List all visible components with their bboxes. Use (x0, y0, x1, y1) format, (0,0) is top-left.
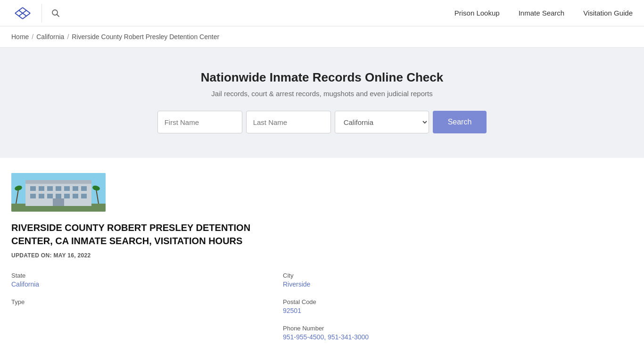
inmate-search-form: AlabamaAlaskaArizonaArkansasCaliforniaCo… (11, 111, 633, 133)
header-divider (41, 4, 42, 23)
facility-info-grid: State California Type City Riverside Pos… (11, 272, 554, 351)
type-block: Type (11, 298, 264, 305)
nav-visitation-guide[interactable]: Visitation Guide (583, 9, 633, 17)
header-search-button[interactable] (50, 7, 62, 19)
svg-rect-12 (30, 186, 36, 191)
state-value[interactable]: California (11, 280, 39, 288)
main-content: RIVERSIDE COUNTY ROBERT PRESLEY DETENTIO… (0, 158, 566, 362)
city-value[interactable]: Riverside (283, 280, 310, 288)
search-button[interactable]: Search (433, 111, 487, 133)
nav-inmate-search[interactable]: Inmate Search (519, 9, 565, 17)
breadcrumb-state[interactable]: California (36, 33, 64, 41)
header-left (11, 4, 62, 23)
svg-rect-23 (64, 194, 70, 198)
svg-rect-21 (47, 194, 53, 198)
logo-icon (11, 4, 34, 23)
breadcrumb-sep-2: / (67, 33, 69, 41)
city-block: City Riverside (283, 272, 536, 288)
hero-subtitle: Jail records, court & arrest records, mu… (11, 90, 633, 98)
phone-label: Phone Number (283, 325, 536, 332)
svg-rect-14 (47, 186, 53, 191)
hero-title: Nationwide Inmate Records Online Check (11, 70, 633, 85)
postal-value[interactable]: 92501 (283, 307, 301, 314)
postal-block: Postal Code 92501 (283, 298, 536, 314)
nav-prison-lookup[interactable]: Prison Lookup (454, 9, 500, 17)
svg-rect-25 (81, 194, 87, 198)
facility-image (11, 173, 106, 212)
postal-label: Postal Code (283, 298, 536, 305)
svg-rect-24 (73, 194, 78, 198)
logo[interactable] (11, 4, 34, 23)
svg-rect-17 (73, 186, 78, 191)
state-block: State California (11, 272, 264, 288)
first-name-input[interactable] (157, 111, 242, 133)
svg-rect-20 (39, 194, 44, 198)
svg-rect-13 (39, 186, 44, 191)
breadcrumb: Home / California / Riverside County Rob… (0, 26, 644, 48)
facility-info-right: City Riverside Postal Code 92501 Phone N… (283, 272, 554, 351)
svg-rect-16 (64, 186, 70, 191)
last-name-input[interactable] (246, 111, 331, 133)
city-label: City (283, 272, 536, 279)
svg-rect-18 (81, 186, 87, 191)
svg-rect-15 (56, 186, 61, 191)
facility-title: RIVERSIDE COUNTY ROBERT PRESLEY DETENTIO… (11, 221, 294, 247)
hero-section: Nationwide Inmate Records Online Check J… (0, 48, 644, 158)
breadcrumb-sep-1: / (32, 33, 33, 41)
state-label: State (11, 272, 264, 279)
svg-rect-26 (53, 198, 64, 206)
type-label: Type (11, 298, 264, 305)
breadcrumb-facility: Riverside County Robert Presley Detentio… (72, 33, 219, 41)
svg-rect-22 (56, 194, 61, 198)
svg-rect-19 (30, 194, 36, 198)
facility-info-left: State California Type (11, 272, 283, 351)
site-header: Prison Lookup Inmate Search Visitation G… (0, 0, 644, 26)
phone-block: Phone Number 951-955-4500, 951-341-3000 (283, 325, 536, 341)
svg-rect-11 (25, 180, 91, 184)
state-select[interactable]: AlabamaAlaskaArizonaArkansasCaliforniaCo… (335, 111, 429, 133)
search-icon (51, 9, 60, 17)
main-nav: Prison Lookup Inmate Search Visitation G… (454, 9, 633, 17)
svg-line-7 (57, 14, 59, 16)
phone-value[interactable]: 951-955-4500, 951-341-3000 (283, 333, 369, 341)
breadcrumb-home[interactable]: Home (11, 33, 29, 41)
updated-label: UPDATED ON: MAY 16, 2022 (11, 252, 554, 259)
